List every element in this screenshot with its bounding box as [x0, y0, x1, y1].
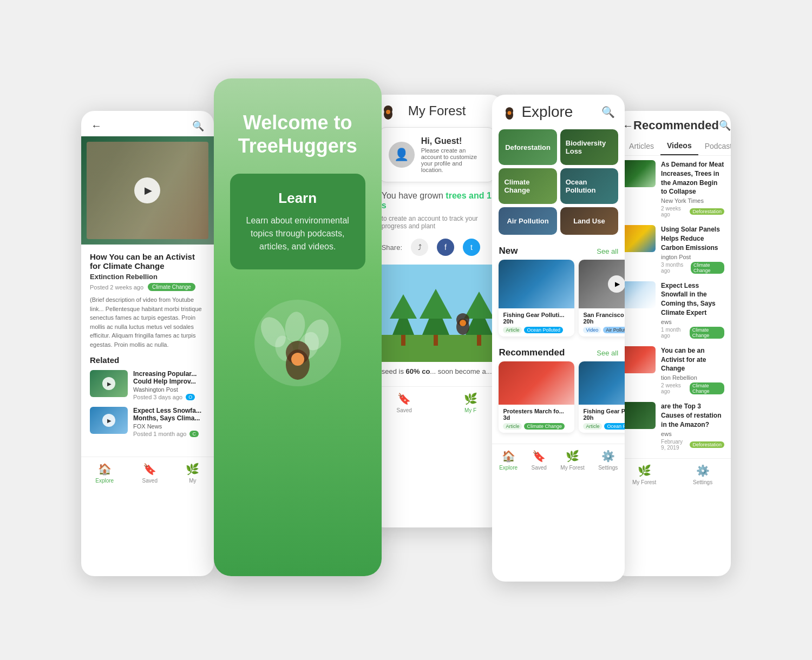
- guest-card: 👤 Hi, Guest! Please create an account to…: [379, 127, 495, 182]
- seed-text: seed is 60% co... soon become a...: [371, 362, 503, 381]
- welcome-title: Welcome to TreeHuggers: [230, 111, 365, 157]
- article-tag[interactable]: Climate Change: [148, 283, 195, 291]
- related-source-2: FOX News: [133, 423, 205, 430]
- forest-header: My Forest: [371, 95, 503, 127]
- new-card-img-2: [579, 260, 625, 308]
- svg-rect-22: [477, 335, 481, 346]
- nav-forest-my[interactable]: 🌿 My F: [464, 392, 477, 413]
- leaf-icon-r: 🌿: [638, 464, 651, 477]
- related-time-1: Posted 3 days ago: [133, 394, 182, 400]
- related-item[interactable]: Increasing Popular... Could Help Improv.…: [90, 370, 205, 400]
- rec-item-time-1: 2 weeks ago: [661, 206, 686, 217]
- rec-search-icon[interactable]: 🔍: [719, 120, 731, 131]
- nav-rec-settings-label: Settings: [693, 479, 712, 485]
- rec-item-tag-4: Climate Change: [690, 382, 724, 394]
- grown-text: You have grown trees and 1 s: [371, 191, 503, 215]
- nav-rec-settings[interactable]: ⚙️ Settings: [693, 464, 712, 485]
- rec-item-5[interactable]: are the Top 3 Causes of restation in the…: [620, 402, 724, 450]
- related-title-1: Increasing Popular... Could Help Improv.…: [133, 370, 205, 385]
- center-illustration: [230, 289, 365, 397]
- share-twitter-icon[interactable]: t: [463, 239, 480, 256]
- article-source: Extinction Rebellion: [90, 273, 205, 281]
- rec-card-info-1: Protesters March fo... 3d Article Climat…: [499, 405, 574, 433]
- new-card-play-2[interactable]: [608, 275, 625, 293]
- leaf-icon-e: 🌿: [566, 450, 579, 463]
- forest-illustration: [371, 265, 503, 362]
- recommended-see-all[interactable]: See all: [597, 349, 618, 357]
- share-row: Share: ⤴ f t: [371, 234, 503, 265]
- rec-item-3[interactable]: Expect Less Snowfall in the Coming ths, …: [620, 281, 724, 339]
- rec-item-4[interactable]: You can be an Activist for ate Change ti…: [620, 346, 724, 394]
- hero-image: [81, 136, 214, 245]
- related-thumb-1: [90, 370, 128, 397]
- nav-explore-home[interactable]: 🏠 Explore: [499, 450, 518, 471]
- back-button[interactable]: ←: [91, 120, 102, 132]
- nav-forest-saved[interactable]: 🔖 Saved: [397, 392, 412, 413]
- share-facebook-icon[interactable]: f: [437, 239, 454, 256]
- tab-podcasts[interactable]: Podcasts: [698, 137, 731, 155]
- rec-card-meta-1: Article Climate Change: [503, 423, 570, 430]
- rec-item-tag-5: Deforestation: [690, 441, 724, 448]
- related-time-2: Posted 1 month ago: [133, 431, 186, 437]
- related-item-2[interactable]: Expect Less Snowfa... Months, Says Clima…: [90, 407, 205, 437]
- related-tag-1: O: [186, 394, 195, 400]
- nav-saved[interactable]: 🔖 Saved: [142, 463, 158, 484]
- category-land[interactable]: Land Use: [560, 207, 618, 235]
- new-card-meta-2: Video Air Pollution: [583, 327, 625, 333]
- article-top-bar: ← 🔍: [81, 111, 214, 136]
- phone-forest: My Forest 👤 Hi, Guest! Please create an …: [371, 95, 503, 527]
- rec-thumb-5: [620, 402, 656, 429]
- article-meta: Posted 2 weeks ago Climate Change: [90, 283, 205, 291]
- nav-forest-my-label: My F: [464, 407, 476, 413]
- category-deforestation[interactable]: Deforestation: [499, 129, 556, 165]
- svg-point-28: [460, 320, 466, 326]
- nav-explore-forest[interactable]: 🌿 My Forest: [560, 450, 584, 471]
- explore-logo-icon: [502, 104, 517, 120]
- new-card-2[interactable]: San Francisco Turns... 20h Video Air Pol…: [579, 260, 625, 336]
- related-label: Related: [90, 355, 205, 365]
- article-title: How You can be an Activist for Climate C…: [90, 252, 205, 270]
- category-ocean[interactable]: Ocean Pollution: [560, 168, 618, 204]
- category-climate[interactable]: Climate Change: [499, 168, 556, 204]
- nav-explore-saved[interactable]: 🔖 Saved: [531, 450, 546, 471]
- new-section-header: New See all: [492, 241, 625, 260]
- category-biodiversity[interactable]: Biodiversity Loss: [560, 129, 618, 165]
- hero-play-button[interactable]: [134, 177, 160, 203]
- rec-info-3: Expect Less Snowfall in the Coming ths, …: [661, 281, 724, 339]
- recommended-section-title: Recommended: [499, 347, 565, 358]
- guest-text: Hi, Guest! Please create an account to c…: [421, 136, 486, 173]
- category-air[interactable]: Air Pollution: [499, 207, 556, 235]
- nav-explore-forest-label: My Forest: [560, 465, 584, 471]
- nav-rec-forest[interactable]: 🌿 My Forest: [632, 464, 656, 485]
- home-icon-e: 🏠: [502, 450, 515, 463]
- nav-explore-settings[interactable]: ⚙️ Settings: [598, 450, 618, 471]
- nav-my[interactable]: 🌿 My: [186, 463, 199, 484]
- new-card-tag1-1: Article: [503, 327, 522, 333]
- explore-search-icon[interactable]: 🔍: [601, 105, 615, 118]
- rec-item-2[interactable]: Using Solar Panels Helps Reduce Carbon E…: [620, 225, 724, 273]
- search-icon[interactable]: 🔍: [192, 120, 204, 132]
- rec-item-1[interactable]: As Demand for Meat Increases, Trees in t…: [620, 160, 724, 217]
- rec-card-1[interactable]: Protesters March fo... 3d Article Climat…: [499, 361, 574, 433]
- new-card-title-1: Fishing Gear Polluti... 20h: [503, 312, 570, 325]
- nav-explore[interactable]: 🏠 Explore: [95, 463, 114, 484]
- related-tag-2: C: [189, 431, 199, 437]
- tab-videos[interactable]: Videos: [660, 137, 698, 155]
- rec-item-meta-5: February 9, 2019 Deforestation: [661, 439, 724, 451]
- share-generic-icon[interactable]: ⤴: [411, 239, 428, 256]
- rec-item-title-4: You can be an Activist for ate Change: [661, 346, 724, 373]
- guest-desc: Please create an account to customize yo…: [421, 147, 486, 173]
- new-card-1[interactable]: Fishing Gear Polluti... 20h Article Ocea…: [499, 260, 574, 336]
- new-see-all[interactable]: See all: [597, 247, 618, 255]
- nav-explore-saved-label: Saved: [531, 465, 546, 471]
- nav-explore-home-label: Explore: [499, 465, 518, 471]
- learn-card[interactable]: Learn Learn about environmental topics t…: [230, 174, 365, 269]
- saved-icon-f: 🔖: [397, 392, 411, 405]
- rec-card-2[interactable]: Fishing Gear Polluti... 20h Article Ocea…: [579, 361, 625, 433]
- related-play-1[interactable]: [102, 377, 115, 390]
- related-play-2[interactable]: [102, 414, 115, 427]
- rec-thumb-4: [620, 346, 656, 373]
- share-label: Share:: [382, 243, 402, 252]
- tab-articles[interactable]: Articles: [623, 137, 660, 155]
- rec-item-source-3: ews: [661, 319, 724, 325]
